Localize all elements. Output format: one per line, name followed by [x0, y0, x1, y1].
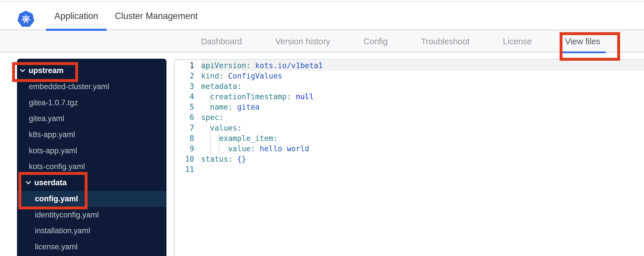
code-token: value: — [228, 144, 255, 153]
code-token — [233, 155, 237, 163]
nav-tab-version-history[interactable]: Version history — [270, 31, 336, 52]
code-token: kind: — [201, 72, 223, 80]
code-token — [251, 61, 255, 70]
nav-tab-label: Version history — [275, 37, 330, 46]
code-token — [201, 144, 228, 153]
tree-file-kots-config-yaml[interactable]: kots-config.yaml — [17, 159, 166, 175]
yaml-editor[interactable]: 1apiVersion: kots.io/v1beta12kind: Confi… — [174, 59, 644, 256]
tree-file-installation-yaml[interactable]: installation.yaml — [17, 223, 166, 239]
code-line-content: status: {} — [201, 154, 644, 164]
code-token: null — [296, 92, 314, 101]
indent-guide — [219, 144, 219, 154]
tree-item-label: k8s-app.yaml — [29, 130, 75, 139]
code-token: apiVersion: — [201, 61, 251, 70]
file-tree-sidebar: upstreamembedded-cluster.yamlgitea-1.0.7… — [17, 59, 166, 256]
app-navbar: DashboardVersion historyConfigTroublesho… — [0, 31, 644, 52]
code-lines: 1apiVersion: kots.io/v1beta12kind: Confi… — [175, 60, 644, 175]
nav-tab-config[interactable]: Config — [358, 31, 393, 52]
nav-tab-troubleshoot[interactable]: Troubleshoot — [416, 31, 475, 52]
nav-tab-label: Dashboard — [201, 37, 242, 46]
tree-file-embedded-cluster-yaml[interactable]: embedded-cluster.yaml — [17, 79, 166, 95]
code-line-content: values: — [201, 123, 644, 133]
tree-item-label: identityconfig.yaml — [35, 211, 99, 219]
code-line-content: metadata: — [201, 81, 644, 91]
header-tab-label: Application — [54, 11, 98, 21]
tree-item-label: kots-config.yaml — [29, 162, 85, 171]
line-number: 2 — [175, 71, 201, 81]
code-token — [201, 103, 210, 111]
code-token: ConfigValues — [228, 72, 282, 80]
tree-file-gitea-1-0-7-tgz[interactable]: gitea-1.0.7.tgz — [17, 95, 166, 111]
tree-item-label: gitea-1.0.7.tgz — [29, 98, 78, 107]
code-token: example_item: — [219, 134, 278, 143]
header-tab-label: Cluster Management — [115, 11, 198, 21]
code-token: kots.io/v1beta1 — [255, 61, 323, 70]
active-tab-underline — [46, 29, 107, 31]
tree-file-identityconfig-yaml[interactable]: identityconfig.yaml — [17, 207, 166, 223]
header-tab-cluster-management[interactable]: Cluster Management — [107, 2, 206, 30]
nav-tab-label: View files — [565, 37, 600, 46]
indent-guide — [210, 133, 211, 144]
code-line-9[interactable]: 9 value: hello world — [175, 144, 644, 154]
code-line-4[interactable]: 4 creationTimestamp: null — [175, 91, 644, 102]
nav-tab-label: Troubleshoot — [421, 37, 469, 46]
indent-guide — [228, 144, 229, 154]
code-token — [291, 92, 296, 101]
code-line-content: spec: — [201, 112, 644, 123]
tree-item-label: config.yaml — [35, 194, 78, 203]
code-token: creationTimestamp: — [210, 92, 291, 101]
kubernetes-logo-icon — [17, 9, 35, 29]
line-number: 6 — [175, 112, 201, 123]
code-line-10[interactable]: 10status: {} — [175, 154, 644, 164]
nav-tab-label: License — [503, 37, 532, 46]
code-token: gitea — [237, 103, 260, 111]
code-line-5[interactable]: 5 name: gitea — [175, 102, 644, 112]
code-token: metadata: — [201, 82, 242, 91]
line-number: 8 — [175, 133, 201, 144]
tree-folder-userdata[interactable]: userdata — [17, 175, 166, 191]
code-line-6[interactable]: 6spec: — [175, 112, 644, 123]
code-line-8[interactable]: 8 example_item: — [175, 133, 644, 144]
nav-tab-label: Config — [363, 37, 388, 46]
app-header: ApplicationCluster Management — [0, 2, 644, 30]
tree-file-config-yaml[interactable]: config.yaml — [17, 191, 166, 207]
code-token: values: — [210, 124, 242, 132]
tree-file-kots-app-yaml[interactable]: kots-app.yaml — [17, 143, 166, 159]
header-tabs: ApplicationCluster Management — [46, 2, 206, 30]
line-number: 5 — [175, 102, 201, 112]
tree-item-label: upstream — [29, 66, 64, 75]
code-token — [223, 72, 228, 80]
code-line-content: creationTimestamp: null — [201, 91, 644, 102]
kots-admin-console: ApplicationCluster Management DashboardV… — [0, 0, 644, 256]
line-number: 7 — [175, 123, 201, 133]
header-tab-application[interactable]: Application — [46, 2, 107, 30]
code-line-11[interactable]: 11 — [175, 164, 644, 175]
code-line-1[interactable]: 1apiVersion: kots.io/v1beta1 — [175, 60, 644, 71]
code-line-content: kind: ConfigValues — [201, 71, 644, 81]
code-line-3[interactable]: 3metadata: — [175, 81, 644, 91]
tree-item-label: license.yaml — [35, 242, 78, 251]
code-line-2[interactable]: 2kind: ConfigValues — [175, 71, 644, 81]
tree-file-k8s-app-yaml[interactable]: k8s-app.yaml — [17, 127, 166, 143]
tree-item-label: embedded-cluster.yaml — [29, 82, 109, 91]
code-token: hello world — [260, 144, 309, 153]
code-line-7[interactable]: 7 values: — [175, 123, 644, 133]
chevron-down-icon — [20, 67, 25, 72]
code-line-content: example_item: — [201, 133, 644, 144]
nav-tab-license[interactable]: License — [497, 31, 537, 52]
code-token: name: — [210, 103, 232, 111]
line-number: 11 — [175, 164, 201, 175]
tree-item-label: kots-app.yaml — [29, 146, 77, 155]
code-token — [201, 124, 210, 132]
code-line-content: name: gitea — [201, 102, 644, 112]
nav-tab-view-files[interactable]: View files — [560, 31, 606, 52]
line-number: 3 — [175, 81, 201, 91]
nav-tab-dashboard[interactable]: Dashboard — [196, 31, 247, 52]
tree-file-license-yaml[interactable]: license.yaml — [17, 239, 166, 255]
tree-folder-upstream[interactable]: upstream — [17, 63, 166, 79]
line-number: 4 — [175, 91, 201, 102]
tree-item-label: userdata — [34, 178, 67, 187]
indent-guide — [210, 123, 211, 133]
line-number: 9 — [175, 144, 201, 154]
tree-file-gitea-yaml[interactable]: gitea.yaml — [17, 111, 166, 127]
